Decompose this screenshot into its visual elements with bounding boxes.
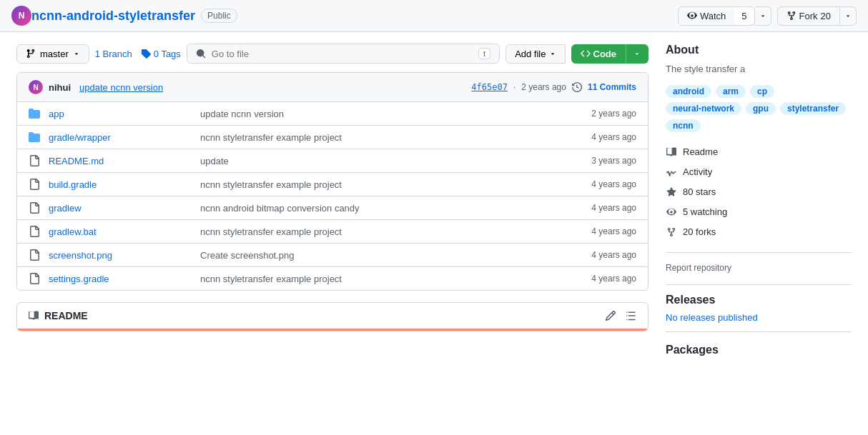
readme-link[interactable]: Readme — [666, 144, 852, 161]
file-name: screenshot.png — [49, 250, 192, 261]
file-commit: ncnn styletransfer example project — [200, 226, 556, 237]
file-name-link[interactable]: gradlew.bat — [49, 226, 97, 237]
file-commit: ncnn styletransfer example project — [200, 132, 556, 143]
watch-button[interactable]: Watch — [678, 6, 735, 26]
tag[interactable]: styletransfer — [780, 102, 846, 115]
stars-link[interactable]: 80 stars — [666, 184, 852, 201]
file-commit-link[interactable]: ncnn android bitmap conversion candy — [200, 203, 360, 214]
forks-link[interactable]: 20 forks — [666, 224, 852, 241]
repo-title[interactable]: ncnn-android-styletransfer — [31, 9, 195, 24]
watch-group: Watch 5 — [678, 6, 771, 26]
forks-label: 20 forks — [683, 226, 716, 237]
file-name: gradlew.bat — [49, 226, 192, 237]
commit-hash[interactable]: 4f65e07 — [471, 82, 508, 92]
table-row: build.gradle ncnn styletransfer example … — [17, 173, 648, 196]
branch-info: 1 Branch 0 Tags — [95, 49, 181, 59]
folder-icon — [29, 108, 40, 119]
file-icon — [29, 273, 40, 284]
sidebar-divider — [666, 252, 852, 253]
code-dropdown[interactable] — [626, 44, 648, 64]
readme-link-label: Readme — [683, 146, 718, 157]
commit-message[interactable]: update ncnn version — [79, 82, 163, 93]
commit-time-label: 2 years ago — [521, 82, 566, 92]
code-icon — [581, 49, 591, 59]
fork-dropdown[interactable] — [840, 6, 857, 26]
stars-label: 80 stars — [683, 186, 716, 197]
watch-count[interactable]: 5 — [734, 6, 754, 26]
file-name-link[interactable]: settings.gradle — [49, 274, 109, 284]
tag[interactable]: cp — [750, 85, 774, 98]
tag[interactable]: arm — [716, 85, 746, 98]
tag[interactable]: ncnn — [666, 119, 701, 132]
content-area: master 1 Branch 0 Tags t Add file — [16, 44, 648, 356]
file-commit: update ncnn version — [200, 109, 556, 119]
file-commit-link[interactable]: update ncnn version — [200, 109, 284, 119]
sidebar-divider3 — [666, 331, 852, 332]
search-icon — [196, 49, 206, 59]
branch-count-link[interactable]: 1 Branch — [95, 49, 132, 59]
commits-link[interactable]: 11 Commits — [588, 82, 636, 92]
fork-label: Fork — [799, 11, 818, 21]
file-commit-link[interactable]: update — [200, 156, 229, 166]
file-commit-link[interactable]: ncnn styletransfer example project — [200, 226, 342, 237]
activity-link[interactable]: Activity — [666, 164, 852, 181]
activity-link-label: Activity — [683, 166, 712, 177]
eye-sidebar-icon — [666, 206, 677, 218]
file-name-link[interactable]: gradle/wrapper — [49, 132, 111, 143]
tags-count-link[interactable]: 0 Tags — [141, 49, 181, 59]
file-icon — [29, 226, 40, 237]
tags-container: androidarmcpneural-networkgpustyletransf… — [666, 85, 852, 132]
file-time: 4 years ago — [565, 274, 636, 284]
file-commit: Create screenshot.png — [200, 250, 556, 261]
star-icon — [666, 186, 677, 198]
list-icon[interactable] — [625, 310, 636, 321]
activity-icon — [666, 166, 677, 178]
sidebar-divider2 — [666, 284, 852, 285]
book-icon — [29, 311, 39, 321]
edit-icon[interactable] — [605, 310, 616, 321]
tag[interactable]: neural-network — [666, 102, 741, 115]
file-name: build.gradle — [49, 179, 192, 190]
file-name-link[interactable]: README.md — [49, 156, 104, 166]
watch-label: Watch — [700, 11, 726, 21]
commit-user[interactable]: nihui — [49, 82, 71, 93]
sidebar: About The style transfer a androidarmcpn… — [666, 44, 852, 356]
commits-label: 11 Commits — [588, 82, 636, 92]
file-commit-link[interactable]: ncnn styletransfer example project — [200, 274, 342, 284]
tag[interactable]: gpu — [746, 102, 776, 115]
file-name-link[interactable]: gradlew — [49, 203, 82, 214]
file-name-link[interactable]: build.gradle — [49, 179, 97, 190]
watching-link[interactable]: 5 watching — [666, 204, 852, 221]
code-button[interactable]: Code — [571, 44, 626, 64]
file-name-link[interactable]: screenshot.png — [49, 250, 112, 261]
add-file-button[interactable]: Add file — [505, 44, 565, 64]
commit-meta: 4f65e07 · 2 years ago 11 Commits — [471, 82, 636, 92]
watch-dropdown[interactable] — [755, 6, 771, 26]
branch-label: master — [40, 49, 69, 59]
commit-header: N nihui update ncnn version 4f65e07 · 2 … — [17, 73, 648, 102]
file-time: 4 years ago — [565, 250, 636, 260]
about-section: About The style transfer a androidarmcpn… — [666, 44, 852, 273]
file-time: 2 years ago — [565, 109, 636, 119]
file-name-link[interactable]: app — [49, 109, 64, 119]
tag[interactable]: android — [666, 85, 711, 98]
file-commit-link[interactable]: Create screenshot.png — [200, 250, 295, 261]
file-time: 4 years ago — [565, 179, 636, 189]
watching-label: 5 watching — [683, 206, 727, 217]
file-name: README.md — [49, 156, 192, 166]
about-title: About — [666, 44, 852, 56]
report-link[interactable]: Report repository — [666, 263, 731, 273]
branch-button[interactable]: master — [16, 44, 89, 64]
file-icon — [29, 202, 40, 214]
file-commit: update — [200, 156, 556, 166]
search-input[interactable] — [212, 49, 473, 59]
tag-icon — [141, 49, 151, 59]
commit-time: · — [513, 82, 516, 92]
file-icon — [29, 179, 40, 190]
fork-button[interactable]: Fork 20 — [777, 6, 840, 26]
file-commit-link[interactable]: ncnn styletransfer example project — [200, 132, 342, 143]
add-file-chevron-icon — [549, 50, 556, 57]
fork-group: Fork 20 — [777, 6, 857, 26]
toolbar: master 1 Branch 0 Tags t Add file — [16, 44, 648, 64]
file-commit-link[interactable]: ncnn styletransfer example project — [200, 179, 342, 190]
